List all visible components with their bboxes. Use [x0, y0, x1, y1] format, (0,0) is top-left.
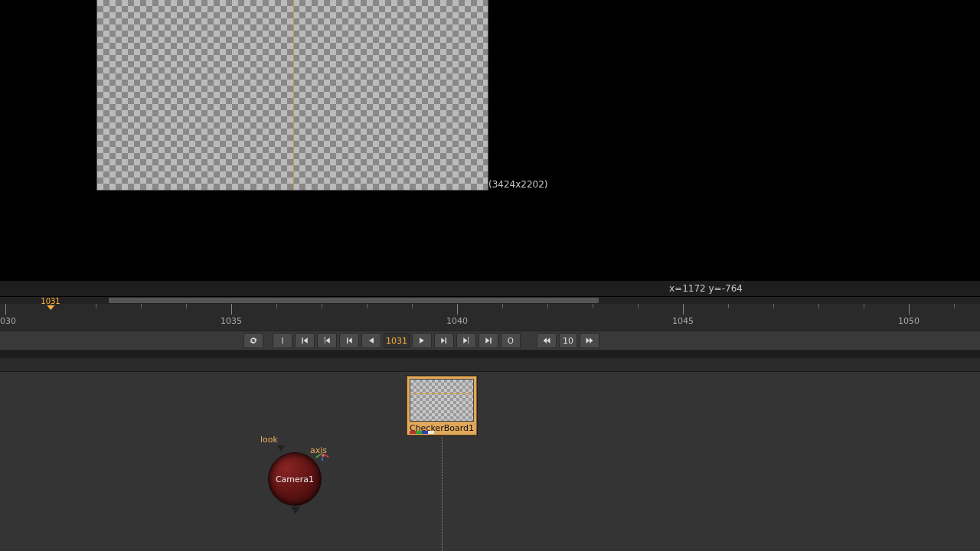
ruler-tick-minor — [638, 304, 639, 308]
current-frame-display[interactable]: 1031 — [384, 333, 410, 348]
camera-look-input-port[interactable] — [277, 445, 285, 452]
viewer-resolution-label: (3424x2202) — [488, 179, 548, 190]
ruler-tick-minor — [276, 304, 277, 308]
timeline-panel[interactable]: 10301035104010451050 1031 — [0, 297, 980, 331]
ruler-tick-minor — [818, 304, 819, 308]
node-graph-panel[interactable]: CheckerBoard1 look axis Camera1 — [0, 372, 980, 551]
ruler-tick-minor — [864, 304, 864, 308]
timeline-scrollbar-thumb[interactable] — [109, 298, 599, 303]
skip-back-button[interactable] — [537, 333, 557, 348]
ruler-tick-minor — [502, 304, 503, 308]
transport-bar: I 1031 O 10 — [0, 331, 980, 350]
ruler-tick-minor — [367, 304, 368, 308]
viewer-panel[interactable]: (3424x2202) — [0, 0, 980, 279]
goto-last-frame-button[interactable] — [479, 333, 498, 348]
set-in-point-button[interactable]: I — [273, 333, 292, 348]
ruler-tick-minor — [412, 304, 413, 308]
node-thumbnail — [410, 379, 474, 422]
ruler-tick-minor — [51, 304, 51, 308]
node-label: Camera1 — [276, 474, 314, 484]
ruler-tick-minor — [547, 304, 548, 308]
panel-divider[interactable] — [0, 350, 980, 358]
viewer-image-canvas[interactable] — [97, 0, 488, 190]
ruler-tick-minor — [954, 304, 955, 308]
node-color-swatch — [410, 431, 434, 434]
play-forward-button[interactable] — [412, 333, 432, 348]
prev-keyframe-button[interactable] — [317, 333, 337, 348]
camera-output-port[interactable] — [291, 507, 300, 514]
ruler-tick-major — [231, 304, 232, 315]
ruler-tick-major — [5, 304, 6, 315]
ruler-tick-minor — [96, 304, 96, 308]
play-reverse-button[interactable] — [361, 333, 381, 348]
camera-axis-input-port[interactable] — [321, 453, 325, 458]
timeline-scrollbar-track[interactable] — [0, 297, 980, 304]
timeline-ruler[interactable]: 10301035104010451050 — [0, 304, 980, 331]
node-connection-pending — [442, 435, 443, 551]
camera-look-port-label: look — [260, 435, 278, 445]
out-point-label: O — [508, 337, 514, 345]
in-point-label: I — [282, 337, 284, 345]
step-forward-button[interactable] — [434, 333, 454, 348]
ruler-tick-minor — [728, 304, 729, 308]
step-back-button[interactable] — [339, 333, 359, 348]
ruler-tick-minor — [186, 304, 187, 308]
ruler-tick-major — [457, 304, 458, 315]
skip-increment-field[interactable]: 10 — [559, 333, 577, 348]
skip-forward-button[interactable] — [580, 333, 599, 348]
set-out-point-button[interactable]: O — [501, 333, 521, 348]
ruler-tick-minor — [141, 304, 142, 308]
viewer-guide-vertical — [293, 0, 294, 190]
nodegraph-toolbar — [0, 358, 980, 372]
ruler-tick-label: 1030 — [0, 316, 16, 326]
loop-button[interactable] — [243, 333, 263, 348]
svg-point-1 — [468, 337, 469, 339]
svg-point-0 — [324, 337, 325, 339]
node-checkerboard[interactable]: CheckerBoard1 — [406, 375, 478, 436]
ruler-tick-label: 1050 — [898, 316, 920, 326]
ruler-tick-minor — [593, 304, 593, 308]
next-keyframe-button[interactable] — [456, 333, 476, 348]
node-camera[interactable]: Camera1 — [268, 452, 322, 506]
ruler-tick-minor — [773, 304, 774, 308]
goto-first-frame-button[interactable] — [295, 333, 315, 348]
viewer-info-bar: x=1172 y=-764 — [0, 280, 980, 297]
coordinate-readout: x=1172 y=-764 — [669, 283, 743, 294]
ruler-tick-major — [909, 304, 910, 315]
ruler-tick-label: 1035 — [220, 316, 242, 326]
ruler-tick-minor — [322, 304, 322, 308]
ruler-tick-label: 1040 — [446, 316, 468, 326]
ruler-tick-label: 1045 — [672, 316, 694, 326]
ruler-tick-major — [683, 304, 684, 315]
